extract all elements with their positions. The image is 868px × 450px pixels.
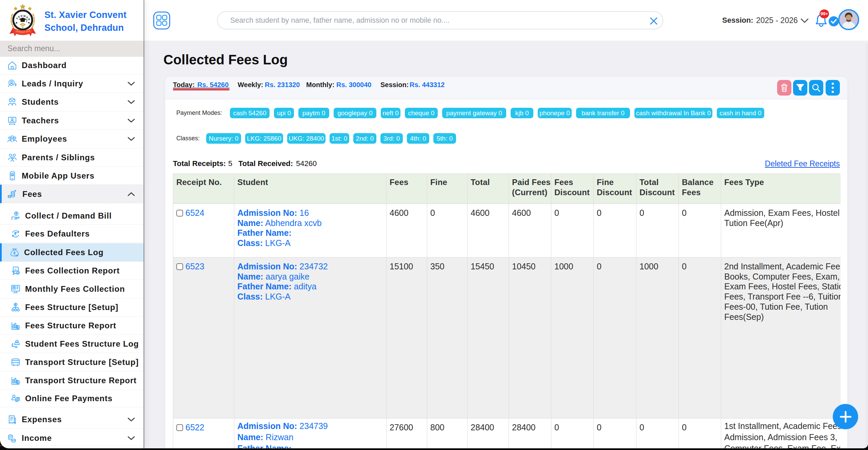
svg-text:ESTD: ESTD — [14, 23, 18, 24]
svg-text:2017: 2017 — [29, 23, 32, 24]
